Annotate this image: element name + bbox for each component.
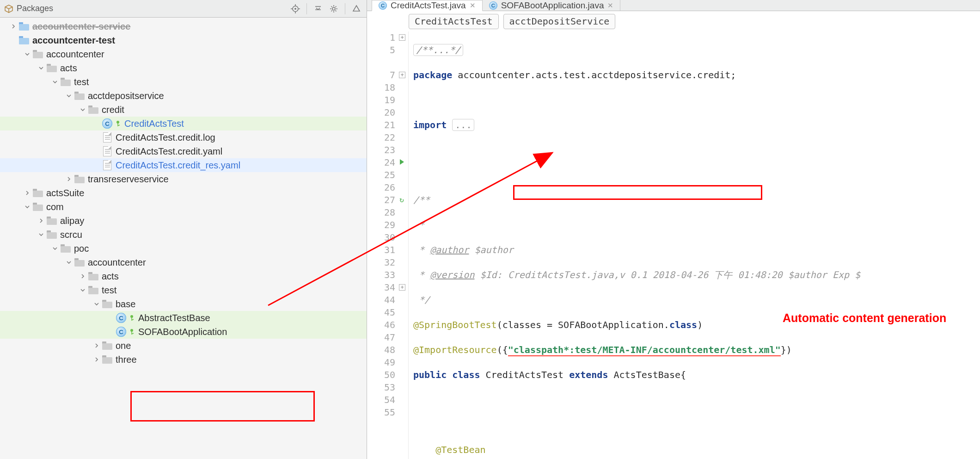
tree-row[interactable]: scrcu: [0, 228, 367, 242]
editor-gutter[interactable]: 1+57+18192021222324252627↻28293031323334…: [367, 31, 409, 459]
gutter-line[interactable]: [367, 56, 395, 69]
tree-chevron-down-icon[interactable]: [22, 49, 32, 59]
locate-button[interactable]: [289, 3, 302, 15]
breadcrumb-item[interactable]: acctDepositService: [503, 14, 616, 29]
folded-imports[interactable]: ...: [452, 119, 474, 131]
tree-row[interactable]: accountcenter-test: [0, 33, 367, 47]
tree-chevron-down-icon[interactable]: [78, 285, 88, 295]
gutter-line[interactable]: 25: [367, 169, 395, 181]
tree-row[interactable]: C CreditActsTest: [0, 117, 367, 130]
settings-gear-button[interactable]: [327, 3, 340, 15]
folder-icon: [102, 298, 113, 310]
gutter-line[interactable]: 27↻: [367, 194, 395, 206]
gutter-line[interactable]: 5: [367, 44, 395, 56]
tree-row[interactable]: poc: [0, 242, 367, 255]
gutter-line[interactable]: 47: [367, 331, 395, 344]
tree-row[interactable]: CreditActsTest.credit.log: [0, 130, 367, 144]
tree-row[interactable]: test: [0, 75, 367, 89]
folder-icon: [102, 340, 113, 351]
project-tree[interactable]: accountcenter-service accountcenter-test…: [0, 18, 367, 459]
editor-body: 1+57+18192021222324252627↻28293031323334…: [367, 31, 980, 459]
gutter-line[interactable]: 22: [367, 131, 395, 144]
tree-chevron-right-icon[interactable]: [78, 271, 88, 281]
close-tab-icon[interactable]: ✕: [607, 1, 613, 10]
gutter-line[interactable]: 20: [367, 106, 395, 119]
tree-chevron-right-icon[interactable]: [8, 21, 18, 31]
gutter-line[interactable]: 31: [367, 244, 395, 256]
fold-expand-icon[interactable]: +: [399, 284, 405, 291]
gutter-line[interactable]: 29: [367, 219, 395, 231]
fold-expand-icon[interactable]: +: [399, 34, 405, 41]
gutter-line[interactable]: 45: [367, 306, 395, 319]
tree-row[interactable]: test: [0, 283, 367, 297]
gutter-line[interactable]: 54: [367, 394, 395, 406]
gutter-line[interactable]: 49: [367, 356, 395, 369]
breadcrumb-item[interactable]: CreditActsTest: [409, 14, 499, 29]
tree-row[interactable]: accountcenter-service: [0, 19, 367, 33]
gutter-line[interactable]: 55: [367, 406, 395, 419]
tree-row[interactable]: transreserveservice: [0, 172, 367, 186]
tree-chevron-down-icon[interactable]: [92, 299, 102, 309]
gutter-line[interactable]: 48: [367, 344, 395, 356]
tree-chevron-right-icon[interactable]: [22, 188, 32, 198]
gutter-line[interactable]: 24: [367, 156, 395, 169]
tree-row[interactable]: accountcenter: [0, 47, 367, 61]
tree-chevron-down-icon[interactable]: [22, 202, 32, 212]
hide-panel-button[interactable]: [350, 3, 363, 15]
gutter-line[interactable]: 32: [367, 256, 395, 269]
gutter-line[interactable]: 26: [367, 181, 395, 194]
gutter-line[interactable]: 7+: [367, 69, 395, 81]
tree-chevron-right-icon[interactable]: [36, 216, 46, 226]
tree-row[interactable]: CreditActsTest.credit_res.yaml: [0, 158, 367, 172]
folded-javadoc[interactable]: /**...*/: [413, 44, 463, 56]
tree-row[interactable]: acts: [0, 61, 367, 75]
gutter-line[interactable]: 18: [367, 81, 395, 94]
tree-row[interactable]: actsSuite: [0, 186, 367, 200]
tree-row[interactable]: com: [0, 200, 367, 214]
editor-code-area[interactable]: /**...*/ package accountcenter.acts.test…: [409, 31, 980, 459]
tree-row[interactable]: base: [0, 297, 367, 311]
tree-row[interactable]: CreditActsTest.credit.yaml: [0, 144, 367, 158]
tree-row[interactable]: credit: [0, 103, 367, 117]
tree-row[interactable]: three: [0, 353, 367, 366]
tree-row[interactable]: accountcenter: [0, 255, 367, 269]
gutter-line[interactable]: 28: [367, 206, 395, 219]
gutter-line[interactable]: 46: [367, 319, 395, 331]
tree-label: accountcenter: [46, 50, 104, 59]
tree-row[interactable]: C SOFABootApplication: [0, 325, 367, 339]
tree-chevron-right-icon[interactable]: [92, 354, 102, 365]
gutter-line[interactable]: 19: [367, 94, 395, 106]
tree-label: acctdepositservice: [88, 91, 164, 100]
editor-tab[interactable]: C SOFABootApplication.java ✕: [483, 0, 621, 11]
gutter-line[interactable]: 1+: [367, 31, 395, 44]
tree-chevron-down-icon[interactable]: [50, 243, 60, 254]
project-view-mode[interactable]: Packages: [17, 4, 53, 13]
tree-chevron-right-icon[interactable]: [92, 341, 102, 351]
tree-row[interactable]: one: [0, 339, 367, 353]
gutter-line[interactable]: 53: [367, 381, 395, 394]
gutter-line[interactable]: 23: [367, 144, 395, 156]
close-tab-icon[interactable]: ✕: [470, 1, 476, 10]
gutter-line[interactable]: 50: [367, 369, 395, 381]
gutter-line[interactable]: 30: [367, 231, 395, 244]
tree-row[interactable]: acts: [0, 269, 367, 283]
tree-chevron-down-icon[interactable]: [78, 105, 88, 115]
tree-row[interactable]: C AbstractTestBase: [0, 311, 367, 325]
tree-chevron-down-icon[interactable]: [64, 91, 74, 101]
gutter-line[interactable]: 44: [367, 294, 395, 306]
tree-chevron-down-icon[interactable]: [64, 257, 74, 267]
gutter-line[interactable]: 34+: [367, 281, 395, 294]
collapse-all-button[interactable]: [312, 3, 325, 15]
tree-chevron-right-icon[interactable]: [64, 174, 74, 184]
tree-chevron-down-icon[interactable]: [50, 77, 60, 87]
tree-chevron-down-icon[interactable]: [36, 63, 46, 73]
tree-row[interactable]: alipay: [0, 214, 367, 228]
java-class-icon: C: [489, 1, 497, 10]
run-test-gutter-icon[interactable]: [398, 158, 406, 166]
tree-chevron-down-icon[interactable]: [36, 230, 46, 240]
fold-expand-icon[interactable]: +: [399, 72, 405, 78]
gutter-line[interactable]: 21: [367, 119, 395, 131]
tree-row[interactable]: acctdepositservice: [0, 89, 367, 103]
gutter-line[interactable]: 33: [367, 269, 395, 281]
editor-tab[interactable]: C CreditActsTest.java ✕: [372, 0, 483, 11]
